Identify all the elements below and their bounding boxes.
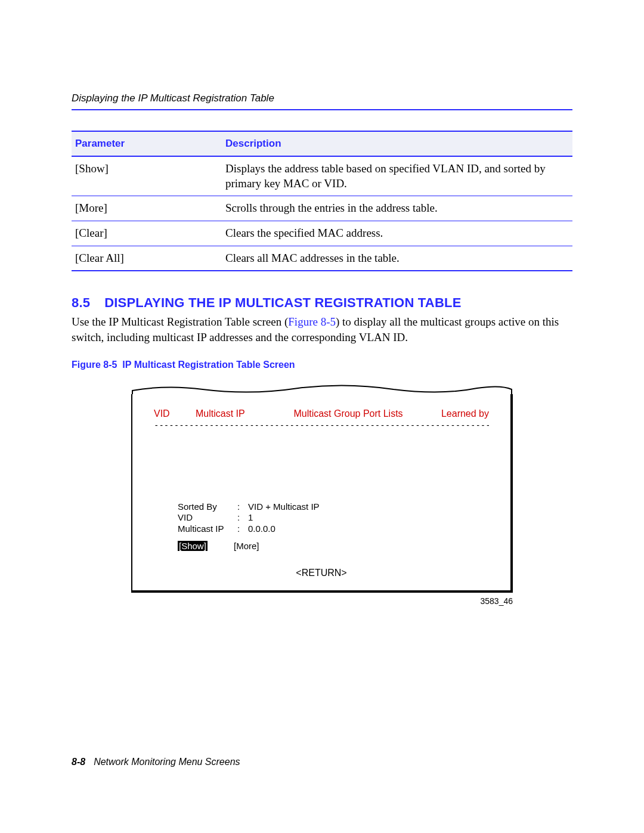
terminal-screenshot: VID Multicast IP Multicast Group Port Li… [131, 383, 513, 593]
table-row: [Show] Displays the address table based … [72, 156, 572, 196]
col-group: Multicast Group Port Lists [273, 408, 423, 419]
footer-title: Network Monitoring Menu Screens [94, 757, 240, 767]
table-header-description: Description [222, 131, 572, 156]
section-body: Use the IP Multicast Registration Table … [72, 314, 572, 345]
col-multicast-ip: Multicast IP [196, 408, 273, 419]
screen-header-row: VID Multicast IP Multicast Group Port Li… [154, 408, 489, 419]
col-learned-by: Learned by [423, 408, 489, 419]
body-pre: Use the IP Multicast Registration Table … [72, 315, 288, 328]
return-button[interactable]: <RETURN> [154, 568, 489, 578]
section-heading: 8.5DISPLAYING THE IP MULTICAST REGISTRAT… [72, 295, 572, 311]
cell-parameter: [Clear All] [72, 246, 222, 271]
figure-reference-link[interactable]: Figure 8-5 [288, 315, 336, 328]
cell-description: Clears the specified MAC address. [222, 221, 572, 246]
kv-key: Sorted By [178, 501, 237, 513]
section-number: 8.5 [72, 295, 90, 310]
more-button[interactable]: [More] [234, 541, 259, 551]
parameter-table: Parameter Description [Show] Displays th… [72, 131, 572, 271]
cell-description: Scrolls through the entries in the addre… [222, 196, 572, 221]
cell-description: Displays the address table based on spec… [222, 156, 572, 196]
kv-value: VID + Multicast IP [248, 501, 320, 513]
table-row: [Clear All] Clears all MAC addresses in … [72, 246, 572, 271]
cell-parameter: [More] [72, 196, 222, 221]
cell-description: Clears all MAC addresses in the table. [222, 246, 572, 271]
kv-key: Multicast IP [178, 524, 237, 535]
cell-parameter: [Clear] [72, 221, 222, 246]
kv-value: 0.0.0.0 [248, 524, 275, 535]
image-number: 3583_46 [131, 596, 513, 606]
figure-caption: Figure 8-5 IP Multicast Registration Tab… [72, 360, 572, 370]
kv-key: VID [178, 512, 237, 524]
kv-value: 1 [248, 512, 253, 524]
dashed-separator: ----------------------------------------… [154, 420, 489, 430]
page-footer: 8-8Network Monitoring Menu Screens [72, 757, 240, 767]
col-vid: VID [154, 408, 196, 419]
cell-parameter: [Show] [72, 156, 222, 196]
table-row: [Clear] Clears the specified MAC address… [72, 221, 572, 246]
section-title: DISPLAYING THE IP MULTICAST REGISTRATION… [104, 295, 461, 310]
table-header-parameter: Parameter [72, 131, 222, 156]
show-button[interactable]: [Show] [178, 541, 208, 551]
figure-label: Figure 8-5 [72, 360, 117, 370]
running-head: Displaying the IP Multicast Registration… [72, 92, 572, 110]
page-number: 8-8 [72, 757, 85, 767]
screen-params: Sorted By:VID + Multicast IP VID:1 Multi… [178, 501, 489, 535]
torn-edge-icon [131, 383, 513, 394]
figure-title: IP Multicast Registration Table Screen [122, 360, 295, 370]
table-row: [More] Scrolls through the entries in th… [72, 196, 572, 221]
screen-buttons: [Show] [More] [178, 541, 489, 551]
